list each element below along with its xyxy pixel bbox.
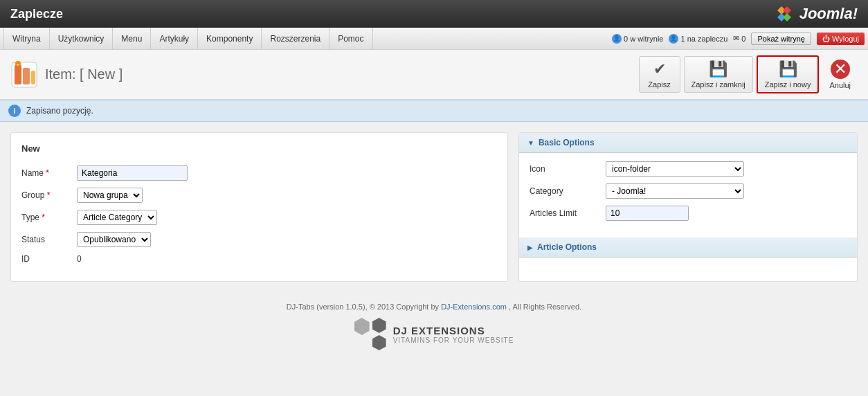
nav-right: 👤 0 w witrynie 👤 1 na zapleczu ✉ 0 Pokaż… <box>612 33 865 45</box>
toolbar-left: + Item: [ New ] <box>10 61 123 89</box>
footer-text: DJ-Tabs (version 1.0.5), © 2013 Copyrigh… <box>287 303 439 311</box>
online-icon: 👤 <box>612 34 622 44</box>
article-options-header[interactable]: ▶ Article Options <box>519 237 857 258</box>
id-value: 0 <box>77 254 82 264</box>
type-row: Type * Article Category <box>21 210 497 225</box>
footer-link[interactable]: DJ-Extensions.com <box>441 303 507 311</box>
save-new-button[interactable]: 💾 Zapisz i nowy <box>757 55 820 93</box>
status-row: Status Opublikowano <box>21 232 497 247</box>
cancel-label: Anuluj <box>829 81 851 89</box>
article-options-arrow: ▶ <box>527 244 533 251</box>
svg-rect-1 <box>15 65 21 84</box>
footer: DJ-Tabs (version 1.0.5), © 2013 Copyrigh… <box>0 292 868 361</box>
save-close-label: Zapisz i zamknij <box>691 80 745 89</box>
footer-text-end: , All Rights Reserved. <box>509 303 581 311</box>
articles-limit-label: Articles Limit <box>530 208 606 218</box>
nav-item-artykuly[interactable]: Artykuły <box>151 28 198 49</box>
basic-options-arrow: ▼ <box>527 139 534 147</box>
logout-label: Wyloguj <box>832 35 859 43</box>
basic-options-header[interactable]: ▼ Basic Options <box>519 133 857 153</box>
nav-item-menu[interactable]: Menu <box>113 28 151 49</box>
svg-rect-2 <box>23 68 30 84</box>
status-label: Status <box>21 235 70 244</box>
status-select[interactable]: Opublikowano <box>77 232 151 247</box>
articles-limit-input[interactable] <box>606 206 689 221</box>
article-options-title: Article Options <box>537 242 597 252</box>
page-title: Item: [ New ] <box>45 66 123 82</box>
toolbar: + Item: [ New ] ✔ Zapisz 💾 Zapisz i zamk… <box>0 50 868 100</box>
app-title: Zaplecze <box>10 7 63 21</box>
articles-limit-row: Articles Limit <box>530 206 847 221</box>
group-select[interactable]: Nowa grupa <box>77 188 143 203</box>
id-row: ID 0 <box>21 254 497 264</box>
online-status: 👤 0 w witrynie <box>612 34 663 44</box>
icon-select[interactable]: icon-folder <box>606 161 744 177</box>
type-select[interactable]: Article Category <box>77 210 157 225</box>
right-panel: ▼ Basic Options Icon icon-folder Categor… <box>518 132 858 282</box>
articles-limit-control <box>606 206 847 221</box>
nav-item-uzytkownicy[interactable]: Użytkownicy <box>50 28 114 49</box>
left-panel: New Name * Group * Nowa grupa Type * A <box>10 132 508 282</box>
category-row: Category - Joomla! <box>530 183 847 199</box>
cancel-icon: ✕ <box>831 60 850 79</box>
nav-item-witryna[interactable]: Witryna <box>3 28 50 49</box>
save-icon: ✔ <box>653 60 666 78</box>
group-row: Group * Nowa grupa <box>21 188 497 203</box>
hex-3 <box>372 335 386 350</box>
logout-icon: ⏻ <box>822 35 830 43</box>
save-close-button[interactable]: 💾 Zapisz i zamknij <box>684 56 753 93</box>
joomla-logo: Joomla! <box>776 3 858 24</box>
name-label: Name * <box>21 168 70 178</box>
hex-1 <box>354 318 370 335</box>
save-button[interactable]: ✔ Zapisz <box>639 56 680 93</box>
category-select[interactable]: - Joomla! <box>606 183 744 199</box>
admin-count: 1 na zapleczu <box>680 35 727 43</box>
nav-left: Witryna Użytkownicy Menu Artykuły Kompon… <box>3 28 373 49</box>
svg-text:+: + <box>17 62 19 66</box>
svg-rect-3 <box>31 71 35 84</box>
top-bar: Zaplecze Joomla! <box>0 0 868 28</box>
message-icon: ✉ <box>733 34 739 43</box>
hex-icons <box>354 318 386 350</box>
save-new-label: Zapisz i nowy <box>765 80 811 89</box>
footer-brand: DJ EXTENSIONS VITAMINS FOR YOUR WEBSITE <box>393 325 514 344</box>
save-label: Zapisz <box>648 80 670 89</box>
basic-options-body: Icon icon-folder Category - Joomla! Arti… <box>519 153 857 236</box>
nav-item-rozszerzenia[interactable]: Rozszerzenia <box>262 28 329 49</box>
save-new-icon: 💾 <box>779 60 797 78</box>
info-bar: i Zapisano pozycję. <box>0 100 868 122</box>
info-icon: i <box>8 105 21 117</box>
name-input[interactable] <box>77 165 188 181</box>
info-message: Zapisano pozycję. <box>26 106 93 116</box>
footer-logo: DJ EXTENSIONS VITAMINS FOR YOUR WEBSITE <box>10 318 858 350</box>
icon-control: icon-folder <box>606 161 847 177</box>
icon-label: Icon <box>530 164 606 174</box>
basic-options-title: Basic Options <box>539 138 595 147</box>
footer-brand-name: DJ EXTENSIONS <box>393 325 514 336</box>
nav-bar: Witryna Użytkownicy Menu Artykuły Kompon… <box>0 28 868 50</box>
logout-button[interactable]: ⏻ Wyloguj <box>817 33 865 45</box>
save-close-icon: 💾 <box>709 60 727 78</box>
name-row: Name * <box>21 165 497 181</box>
nav-item-komponenty[interactable]: Komponenty <box>198 28 262 49</box>
type-label: Type * <box>21 213 70 222</box>
id-label: ID <box>21 254 70 264</box>
message-status: ✉ 0 <box>733 34 745 43</box>
cancel-button[interactable]: ✕ Anuluj <box>822 56 858 93</box>
message-count: 0 <box>741 35 745 43</box>
view-site-button[interactable]: Pokaż witrynę <box>751 33 811 45</box>
joomla-text: Joomla! <box>799 5 858 23</box>
category-control: - Joomla! <box>606 183 847 199</box>
page-icon: + <box>10 61 38 89</box>
joomla-icon <box>776 3 797 24</box>
online-count: 0 w witrynie <box>624 35 663 43</box>
icon-row: Icon icon-folder <box>530 161 847 177</box>
footer-brand-tagline: VITAMINS FOR YOUR WEBSITE <box>393 336 514 344</box>
category-label: Category <box>530 186 606 196</box>
toolbar-right: ✔ Zapisz 💾 Zapisz i zamknij 💾 Zapisz i n… <box>639 55 858 93</box>
main-content: New Name * Group * Nowa grupa Type * A <box>0 122 868 292</box>
panel-title: New <box>21 143 497 157</box>
admin-status: 👤 1 na zapleczu <box>669 34 727 44</box>
nav-item-pomoc[interactable]: Pomoc <box>329 28 372 49</box>
admin-icon: 👤 <box>669 34 678 44</box>
